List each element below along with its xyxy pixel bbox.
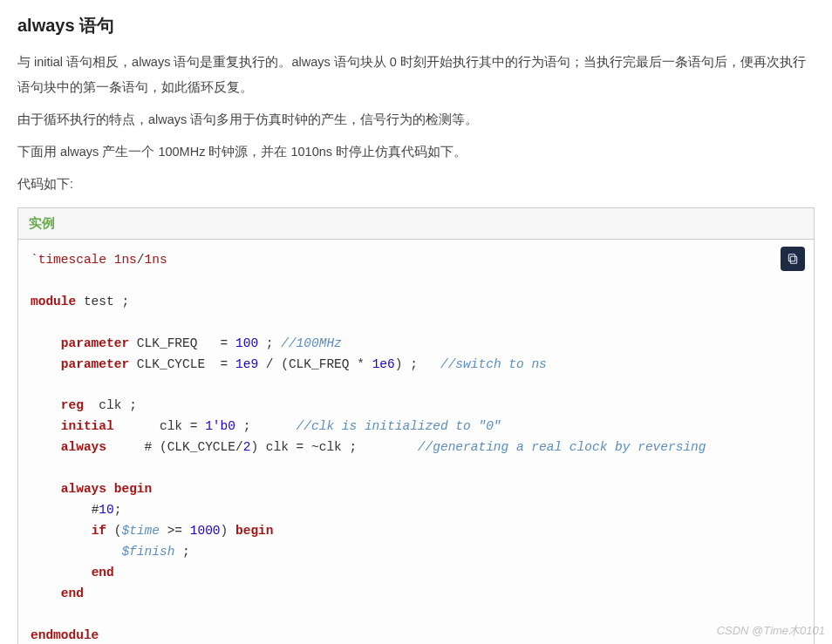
code-token: begin: [235, 524, 274, 538]
code-token: $finish: [121, 545, 174, 559]
code-token: clk: [319, 440, 342, 454]
code-comment: //switch to ns: [440, 357, 547, 371]
code-token: >=: [167, 524, 182, 538]
code-token: CLK_CYCLE: [137, 357, 205, 371]
code-comment: //generating a real clock by reversing: [418, 440, 706, 454]
example-container: 实例 `timescale 1ns/1ns module test ; para…: [17, 207, 815, 644]
code-token: end: [61, 586, 84, 600]
section-heading: always 语句: [17, 14, 815, 37]
code-token: endmodule: [31, 628, 99, 642]
code-token: 1000: [190, 524, 221, 538]
code-token: (: [160, 440, 167, 454]
code-token: 1'b0: [205, 419, 235, 433]
code-token: begin: [114, 482, 153, 496]
code-token: =: [297, 440, 304, 454]
paragraph-4: 代码如下:: [17, 172, 815, 197]
code-block: `timescale 1ns/1ns module test ; paramet…: [18, 240, 814, 644]
paragraph-2: 由于循环执行的特点，always 语句多用于仿真时钟的产生，信号行为的检测等。: [17, 107, 815, 132]
code-token: =: [221, 336, 228, 350]
svg-rect-0: [790, 256, 796, 263]
code-token: module: [31, 295, 76, 308]
copy-icon: [786, 252, 800, 266]
code-token: end: [92, 566, 114, 580]
code-token: parameter: [61, 336, 129, 350]
code-token: 100: [235, 336, 258, 350]
code-token: /: [235, 440, 243, 454]
code-pre: `timescale 1ns/1ns module test ; paramet…: [31, 250, 801, 644]
code-token: always: [61, 440, 106, 454]
code-token: always: [61, 482, 106, 496]
code-comment: //100MHz: [281, 336, 342, 350]
paragraph-3: 下面用 always 产生一个 100MHz 时钟源，并在 1010ns 时停止…: [17, 139, 815, 165]
code-token: clk: [266, 440, 289, 454]
code-token: #: [145, 440, 153, 454]
code-token: if: [92, 524, 106, 538]
code-token: CLK_CYCLE: [167, 440, 235, 454]
code-token: 1ns: [114, 253, 137, 267]
paragraph-1: 与 initial 语句相反，always 语句是重复执行的。always 语句…: [17, 50, 815, 100]
code-token: ): [250, 440, 258, 454]
code-token: ;: [114, 503, 122, 517]
code-token: ): [395, 357, 403, 371]
code-token: CLK_FREQ: [289, 357, 350, 371]
code-token: ;: [182, 545, 190, 559]
code-token: 1e9: [235, 357, 258, 371]
code-token: initial: [61, 419, 114, 433]
code-token: `timescale: [31, 253, 106, 267]
code-comment: //clk is initialized to "0": [297, 419, 501, 433]
code-token: 1e6: [372, 357, 395, 371]
code-token: ): [221, 524, 228, 538]
code-token: test: [84, 295, 114, 308]
code-token: =: [221, 357, 228, 371]
copy-button[interactable]: [781, 247, 805, 271]
code-token: reg: [61, 398, 84, 412]
code-token: clk: [99, 398, 121, 412]
code-token: 10: [99, 503, 113, 517]
svg-rect-1: [788, 254, 794, 261]
code-token: CLK_FREQ: [137, 336, 198, 350]
code-token: (: [281, 357, 289, 371]
code-token: clk: [160, 419, 182, 433]
code-token: parameter: [61, 357, 129, 371]
code-token: /: [137, 253, 145, 267]
code-token: *: [357, 357, 365, 371]
example-title: 实例: [18, 208, 814, 240]
code-token: ~: [311, 440, 319, 454]
code-token: /: [266, 357, 274, 371]
code-token: 1ns: [145, 253, 167, 267]
code-token: $time: [121, 524, 160, 538]
code-token: =: [190, 419, 198, 433]
